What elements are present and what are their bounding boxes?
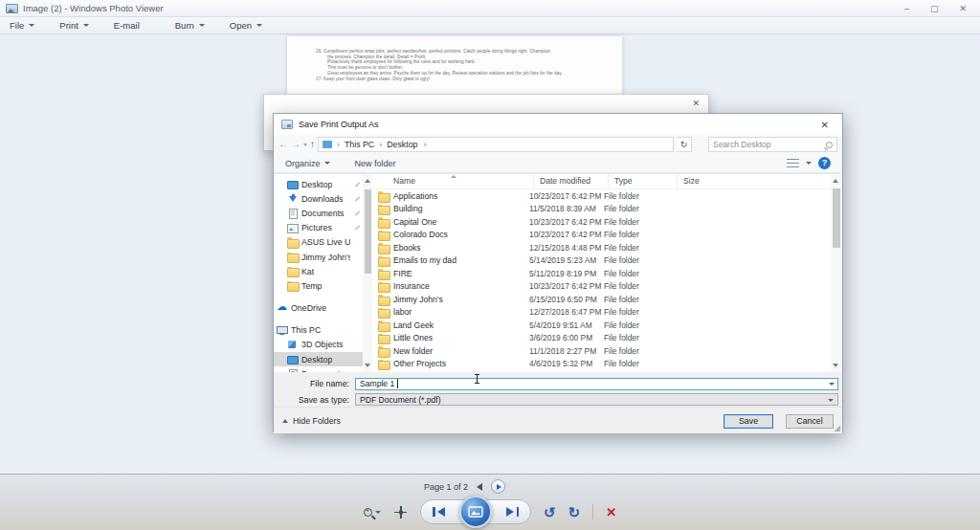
next-page-icon[interactable] [491,479,505,494]
sidebar-item[interactable]: Jimmy John's [274,250,363,264]
sidebar-scrollbar[interactable] [363,174,372,372]
rotate-clockwise-icon[interactable]: ↻ [568,505,581,519]
menu-item-label: E-mail [114,20,140,31]
next-image-icon[interactable] [505,507,519,517]
type-cell: File folder [604,191,673,201]
scroll-down-icon[interactable] [365,364,370,367]
close-icon[interactable]: ✕ [692,99,700,108]
delete-icon[interactable]: ✕ [606,506,616,519]
breadcrumb[interactable]: This PC Desktop [318,137,674,152]
menu-item[interactable]: Burn [175,20,205,31]
table-row[interactable]: FIRE 5/11/2019 8:19 PM File folder [372,267,842,280]
sidebar-item[interactable]: ASUS Live Updat [274,235,363,250]
type-cell: File folder [604,269,673,278]
file-name-input[interactable] [355,378,838,390]
back-icon[interactable]: ← [278,140,288,149]
organize-button[interactable]: Organize [285,159,330,168]
help-icon[interactable]: ? [818,157,831,169]
actual-size-icon[interactable] [393,505,408,519]
search-box[interactable] [708,137,837,152]
save-button[interactable]: Save [724,414,773,429]
sidebar-item[interactable]: Pictures [274,221,363,235]
play-slideshow-button[interactable] [459,496,492,528]
sidebar-item-label: 3D Objects [301,340,344,349]
photo-viewer-app-icon [6,4,18,13]
chevron-down-icon[interactable] [806,162,812,165]
table-row[interactable]: Insurance 10/23/2017 6:42 PM File folder [372,280,842,294]
refresh-icon[interactable]: ↻ [677,137,692,152]
table-row[interactable]: New folder 11/1/2018 2:27 PM File folder [372,344,842,358]
menu-item[interactable]: Print [59,20,89,31]
sidebar-item[interactable]: Desktop [274,352,363,366]
viewer-bottom-bar: Page 1 of 2 ↺ ↻ [0,474,980,530]
minimize-button-icon[interactable]: – [904,0,909,17]
breadcrumb-item[interactable]: This PC [334,140,374,149]
file-list-scrollbar[interactable] [831,174,842,372]
table-row[interactable]: Ebooks 12/15/2018 4:48 PM File folder [372,241,842,254]
scroll-down-icon[interactable] [833,364,838,367]
search-input[interactable] [713,140,826,149]
sidebar-item[interactable]: Documents [274,206,363,220]
magnifier-icon [364,508,372,517]
sidebar-item[interactable]: Documents [274,366,363,372]
scrollbar-thumb[interactable] [365,189,371,274]
table-row[interactable]: Capital One 10/23/2017 6:42 PM File fold… [372,215,842,229]
previous-image-icon[interactable] [433,507,446,517]
breadcrumb-item[interactable]: Desktop [376,140,417,149]
sidebar-item-icon [287,180,298,189]
column-header-name[interactable]: Name [372,174,534,188]
chevron-down-icon[interactable] [829,383,835,386]
table-row[interactable]: Applications 10/23/2017 6:42 PM File fol… [372,189,842,203]
scroll-up-icon[interactable] [365,179,370,183]
previous-page-icon[interactable] [477,483,482,491]
scroll-up-icon[interactable] [833,179,838,183]
sidebar-item[interactable]: Downloads [274,191,363,206]
recent-locations-icon[interactable] [303,144,307,146]
menu-item[interactable]: E-mail [114,20,150,31]
dialog-title: Save Print Output As [299,120,379,129]
hide-folders-button[interactable]: Hide Folders [282,416,341,426]
page-indicator: Page 1 of 2 [424,482,468,492]
sidebar-item[interactable]: 3D Objects [274,338,363,352]
forward-icon[interactable]: → [291,140,301,149]
close-button-icon[interactable]: ✕ [959,0,967,17]
folder-icon [378,205,389,213]
column-header-size[interactable]: Size [678,174,842,188]
sidebar-item-label: ASUS Live Updat [301,237,350,247]
column-header-date-modified[interactable]: Date modified [534,174,609,188]
sidebar-item-this-pc[interactable]: This PC [274,323,363,338]
pin-icon [354,225,360,231]
menu-item[interactable]: File [10,20,34,31]
table-row[interactable]: Building 11/5/2018 8:39 AM File folder [372,203,842,216]
sidebar-item[interactable]: Temp [274,278,363,293]
resize-grip[interactable] [835,426,840,431]
new-folder-button[interactable]: New folder [355,159,396,168]
change-view-icon[interactable] [787,159,799,168]
sidebar-item[interactable]: Kat [274,264,363,278]
column-header-type[interactable]: Type [609,174,678,188]
table-row[interactable]: Land Geek 5/4/2019 9:51 AM File folder [372,319,842,332]
up-icon[interactable]: ↑ [310,140,315,149]
sidebar-item-label: Jimmy John's [301,253,350,262]
table-row[interactable]: Jimmy John's 6/15/2019 6:50 PM File fold… [372,293,842,306]
table-row[interactable]: Emails to my dad 5/14/2019 5:23 AM File … [372,254,842,268]
save-as-type-select[interactable]: PDF Document (*.pdf) [355,393,838,406]
table-row[interactable]: Other Projects 4/6/2019 5:32 PM File fol… [372,358,842,371]
menu-item-label: Print [59,20,78,31]
scrollbar-thumb[interactable] [833,188,840,248]
table-row[interactable]: labor 12/27/2018 6:47 PM File folder [372,306,842,320]
folder-icon [378,334,389,342]
rotate-counterclockwise-icon[interactable]: ↺ [544,505,556,519]
table-row[interactable]: Little Ones 3/6/2019 6:00 PM File folder [372,332,842,345]
zoom-button[interactable] [364,508,381,517]
cancel-button[interactable]: Cancel [786,414,834,429]
table-row[interactable]: Colorado Docs 10/23/2017 6:42 PM File fo… [372,229,842,242]
quick-access-list: Desktop Downloads Documents [274,177,363,294]
menu-item[interactable]: Open [230,20,262,31]
close-icon[interactable]: ✕ [815,120,835,130]
sidebar-item-onedrive[interactable]: OneDrive [274,301,363,316]
file-name-label: File name: [274,379,355,388]
sidebar-item[interactable]: Desktop [274,177,363,191]
sidebar-item-label: Documents [301,369,345,372]
maximize-button-icon[interactable]: ▢ [930,0,939,17]
